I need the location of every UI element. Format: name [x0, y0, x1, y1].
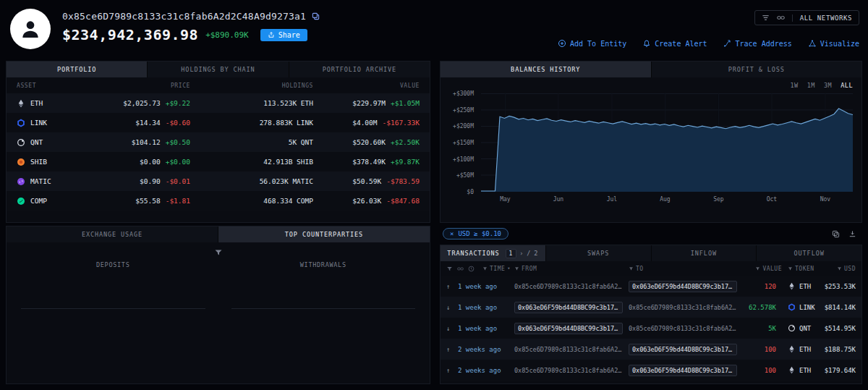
- portfolio-row-shib[interactable]: SHIB$0.00+$0.0042.913B SHIB$378.49K+$9.8…: [7, 152, 430, 171]
- col-to-label: TO: [636, 266, 644, 272]
- transaction-row[interactable]: ↑1 week ago0x85ce6D7989c8133c31c8fab6A2d…: [441, 276, 861, 297]
- portfolio-row-qnt[interactable]: QNT$104.12+$0.505K QNT$520.60K+$2.50K: [7, 132, 430, 152]
- col-price[interactable]: PRICE: [96, 82, 190, 89]
- table-tools: [832, 230, 859, 238]
- tx-value: 5K: [743, 325, 782, 332]
- tx-time[interactable]: 1 week ago: [458, 283, 514, 290]
- tx-time[interactable]: 1 week ago: [458, 304, 514, 311]
- all-networks-button[interactable]: ALL NETWORKS: [792, 14, 852, 22]
- portfolio-row-link[interactable]: LINK$14.34-$0.60278.883K LINK$4.00M-$167…: [7, 113, 430, 132]
- transaction-row[interactable]: ↑2 weeks ago0x85ce6D7989c8133c31c8fab6A2…: [441, 339, 861, 360]
- filter-funnel-icon: [629, 266, 634, 271]
- transaction-row[interactable]: ↑2 weeks ago0x85ce6D7989c8133c31c8fab6A2…: [441, 360, 861, 381]
- col-value[interactable]: VALUE: [743, 266, 782, 272]
- deposits-header: DEPOSITS: [21, 261, 205, 268]
- tab-portfolio-archive[interactable]: PORTFOLIO ARCHIVE: [289, 62, 430, 77]
- action-add-to-entity[interactable]: Add To Entity: [558, 39, 626, 48]
- value-amount: $26.03K: [352, 197, 381, 205]
- value-cell: $378.49K+$9.87K: [313, 158, 420, 166]
- inflow-arrow-icon: ↓: [446, 304, 458, 311]
- tx-from-address[interactable]: 0x063eD6F59bd44D8BC99c3b170a3…: [514, 302, 623, 313]
- tx-from-address[interactable]: 0x063eD6F59bd44D8BC99c3b170a3…: [514, 323, 623, 334]
- filter-icon[interactable]: [762, 14, 770, 22]
- value-cell: $50.59K-$783.59: [313, 177, 420, 185]
- portfolio-row-eth[interactable]: ETH$2,025.73+$9.22113.523K ETH$229.97M+$…: [7, 93, 430, 113]
- page-separator: /: [527, 250, 531, 257]
- value-amount: $229.97M: [352, 99, 386, 107]
- chain-link-icon[interactable]: [457, 266, 464, 272]
- counterparties-tabbar: EXCHANGE USAGE TOP COUNTERPARTIES: [7, 226, 430, 242]
- price-value: $0.90: [140, 177, 161, 185]
- balances-history-chart[interactable]: [481, 93, 853, 192]
- y-axis-label: +$200M: [453, 123, 474, 130]
- download-icon[interactable]: [848, 230, 856, 238]
- col-from[interactable]: FROM: [514, 266, 629, 272]
- holdings-cell: 278.883K LINK: [190, 119, 313, 127]
- transaction-row[interactable]: ↓1 week ago0x063eD6F59bd44D8BC99c3b170a3…: [441, 297, 861, 318]
- clock-icon[interactable]: [468, 266, 475, 272]
- tx-from-address[interactable]: 0x85ce6D7989c8133c31c8fab6A2d…: [514, 367, 623, 374]
- action-trace-address[interactable]: Trace Address: [723, 39, 792, 48]
- tx-to-address[interactable]: 0x85ce6D7989c8133c31c8fab6A2d…: [629, 304, 737, 311]
- tab-transactions[interactable]: TRANSACTIONS 1 › / 2: [441, 245, 545, 261]
- price-cell: $0.90-$0.01: [96, 177, 190, 185]
- copy-address-icon[interactable]: [312, 12, 320, 20]
- price-value: $14.34: [135, 119, 160, 127]
- filter-funnel-icon: [788, 266, 793, 271]
- wallet-address[interactable]: 0x85ce6D7989c8133c31c8fab6A2d2C48A9d9273…: [62, 11, 306, 22]
- tx-to-address[interactable]: 0x063eD6F59bd44D8BC99c3b170a3…: [629, 344, 737, 355]
- portfolio-row-matic[interactable]: MATIC$0.90-$0.0156.023K MATIC$50.59K-$78…: [7, 171, 430, 191]
- tab-portfolio[interactable]: PORTFOLIO: [7, 62, 147, 77]
- range-all[interactable]: ALL: [841, 82, 853, 89]
- tx-time[interactable]: 2 weeks ago: [458, 367, 514, 374]
- col-asset[interactable]: ASSET: [17, 82, 96, 89]
- tx-to-address[interactable]: 0x063eD6F59bd44D8BC99c3b170a3…: [629, 365, 737, 376]
- tab-top-counterparties[interactable]: TOP COUNTERPARTIES: [218, 226, 430, 242]
- portfolio-row-comp[interactable]: COMP$55.58-$1.81468.334 COMP$26.03K-$847…: [7, 191, 430, 211]
- tab-holdings-by-chain[interactable]: HOLDINGS BY CHAIN: [148, 62, 288, 77]
- col-token[interactable]: TOKEN: [782, 266, 820, 272]
- tx-token: LINK: [782, 303, 820, 311]
- col-to[interactable]: TO: [629, 266, 743, 272]
- tx-to-address[interactable]: 0x85ce6D7989c8133c31c8fab6A2d…: [629, 325, 737, 332]
- holdings-cell: 56.023K MATIC: [190, 177, 313, 185]
- address-actions: Add To EntityCreate AlertTrace AddressVi…: [558, 39, 859, 48]
- action-visualize[interactable]: Visualize: [808, 39, 859, 48]
- action-create-alert[interactable]: Create Alert: [642, 39, 707, 48]
- copy-table-icon[interactable]: [832, 230, 840, 238]
- portfolio-table: ETH$2,025.73+$9.22113.523K ETH$229.97M+$…: [7, 93, 430, 211]
- tab-profit-loss[interactable]: PROFIT & LOSS: [652, 62, 862, 77]
- tx-from-address[interactable]: 0x85ce6D7989c8133c31c8fab6A2d…: [514, 346, 623, 353]
- tx-from-address[interactable]: 0x85ce6D7989c8133c31c8fab6A2d…: [514, 283, 623, 290]
- tab-inflow[interactable]: INFLOW: [652, 245, 757, 261]
- price-change: -$0.01: [166, 177, 190, 185]
- range-1m[interactable]: 1M: [807, 82, 815, 89]
- col-time[interactable]: TIME ▾: [482, 266, 514, 272]
- col-holdings[interactable]: HOLDINGS: [190, 82, 313, 89]
- range-1w[interactable]: 1W: [790, 82, 798, 89]
- next-page-icon[interactable]: ›: [519, 250, 524, 257]
- funnel-icon[interactable]: [446, 266, 453, 272]
- tab-balances-history[interactable]: BALANCES HISTORY: [441, 62, 651, 77]
- col-usd[interactable]: USD: [820, 266, 856, 272]
- share-button[interactable]: Share: [260, 29, 307, 41]
- x-axis-label: Oct: [767, 196, 777, 203]
- tab-exchange-usage[interactable]: EXCHANGE USAGE: [7, 226, 218, 242]
- col-value[interactable]: VALUE: [313, 82, 420, 89]
- chain-link-icon[interactable]: [777, 14, 785, 22]
- price-cell: $14.34-$0.60: [96, 119, 190, 127]
- tx-time[interactable]: 1 week ago: [458, 325, 514, 332]
- tab-swaps[interactable]: SWAPS: [546, 245, 651, 261]
- tx-to-address[interactable]: 0x063eD6F59bd44D8BC99c3b170a3…: [629, 281, 737, 292]
- counterparties-filter-icon[interactable]: [7, 242, 430, 260]
- usd-filter-chip[interactable]: × USD ≥ $0.10: [443, 228, 509, 239]
- value-change: -$167.33K: [383, 119, 420, 127]
- transaction-row[interactable]: ↓1 week ago0x063eD6F59bd44D8BC99c3b170a3…: [441, 318, 861, 339]
- current-page[interactable]: 1: [506, 249, 517, 258]
- asset-cell: ETH: [17, 99, 96, 108]
- tx-time[interactable]: 2 weeks ago: [458, 346, 514, 353]
- range-3m[interactable]: 3M: [824, 82, 832, 89]
- close-icon[interactable]: ×: [450, 230, 454, 237]
- tab-outflow[interactable]: OUTFLOW: [757, 245, 861, 261]
- add-entity-icon: [558, 39, 566, 48]
